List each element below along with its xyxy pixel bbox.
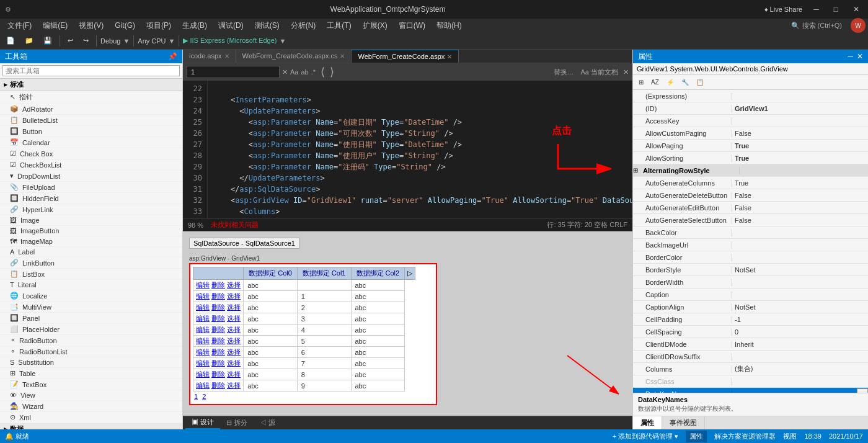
toolbox-item-adrotator[interactable]: 📦AdRotator [0, 104, 182, 115]
datakeynames-input[interactable] [732, 388, 857, 393]
toolbox-pin[interactable]: 📌 [168, 52, 177, 61]
toolbox-item-xml[interactable]: ⊙Xml [0, 412, 182, 423]
toolbox-item-hyperlink[interactable]: 🔗HyperLink [0, 204, 182, 215]
match-case-icon[interactable]: Aa [290, 68, 298, 76]
status-properties-tab[interactable]: 属性 [686, 431, 707, 442]
menu-view[interactable]: 视图(V) [74, 19, 108, 32]
toolbox-item-bulletedlist[interactable]: 📋BulletedList [0, 115, 182, 126]
search-box[interactable]: 🔍 搜索 (Ctrl+Q) [786, 21, 847, 30]
toolbox-item-view[interactable]: 👁View [0, 390, 182, 401]
maximize-btn[interactable]: □ [830, 4, 842, 15]
toolbox-item-fileupload[interactable]: 📎FileUpload [0, 182, 182, 193]
tab-createcode-aspx-close[interactable]: ✕ [447, 53, 452, 60]
props-btab-events[interactable]: 事件视图 [662, 416, 705, 429]
toolbar-new[interactable]: 📄 [2, 35, 19, 46]
tab-icode[interactable]: icode.aspx ✕ [183, 50, 236, 63]
sort-alpha-btn[interactable]: AZ [648, 77, 662, 87]
toolbox-item-multiview[interactable]: 📑MultiView [0, 302, 182, 313]
add-to-source[interactable]: + 添加到源代码管理 ▾ [613, 432, 679, 441]
search-input[interactable] [187, 66, 280, 78]
toolbar-undo[interactable]: ↩ [64, 35, 77, 46]
minimize-btn[interactable]: ─ [810, 4, 823, 15]
delete-link-0[interactable]: 删除 [211, 281, 225, 289]
menu-window[interactable]: 窗口(W) [394, 19, 430, 32]
props-btn3[interactable]: ⚡ [663, 77, 677, 87]
toolbox-item-checkboxlist[interactable]: ☑CheckBoxList [0, 159, 182, 171]
props-btab-properties[interactable]: 属性 [633, 416, 662, 429]
menu-help[interactable]: 帮助(H) [432, 19, 467, 32]
gridview-col-expand[interactable]: ▷ [405, 267, 415, 280]
select-link-1[interactable]: 选择 [227, 292, 241, 300]
toolbox-item-textbox[interactable]: 📝TextBox [0, 379, 182, 390]
toolbox-item-hiddenfield[interactable]: 🔲HiddenField [0, 193, 182, 204]
toolbox-item-image[interactable]: 🖼Image [0, 215, 182, 226]
toolbox-item-substitution[interactable]: SSubstitution [0, 357, 182, 368]
toolbox-item-imagebutton[interactable]: 🖼ImageButton [0, 226, 182, 236]
code-text[interactable]: <InsertParameters> <UpdateParameters> <a… [208, 81, 632, 218]
toolbox-item-wizard[interactable]: 🧙Wizard [0, 401, 182, 412]
toolbox-item-listbox[interactable]: 📋ListBox [0, 269, 182, 280]
status-view-tab[interactable]: 视图 [783, 432, 797, 441]
toolbox-item-dropdownlist[interactable]: ▾DropDownList [0, 171, 182, 182]
delete-link-1[interactable]: 删除 [211, 292, 225, 300]
split-tab[interactable]: ⊟ 拆分 [220, 417, 254, 429]
toolbox-item-imagemap[interactable]: 🗺ImageMap [0, 236, 182, 247]
menu-git[interactable]: Git(G) [110, 20, 140, 31]
toolbar-save[interactable]: 💾 [40, 35, 56, 46]
menu-project[interactable]: 项目(P) [141, 19, 176, 32]
toolbox-item-label[interactable]: ALabel [0, 247, 182, 257]
find-all[interactable]: Aa 当前文档 [580, 68, 618, 77]
menu-tools[interactable]: 工具(T) [322, 19, 356, 32]
toolbox-item-radiobutton[interactable]: ⚬RadioButton [0, 335, 182, 346]
run-button[interactable]: ▶ IIS Express (Microsoft Edge) [183, 37, 277, 45]
alternatingrowstyle-expand[interactable]: ⊞ [633, 167, 640, 174]
toolbox-search-input[interactable] [2, 65, 180, 76]
tab-createcode-aspx[interactable]: WebForm_CreateCode.aspx ✕ [352, 50, 459, 63]
toolbox-item-placeholder[interactable]: ⬜PlaceHolder [0, 324, 182, 335]
toolbox-item-pointer[interactable]: ↖指针 [0, 91, 182, 104]
prop-datakeynames[interactable]: DataKeyNames … [633, 388, 868, 393]
toolbox-item-calendar[interactable]: 📅Calendar [0, 137, 182, 148]
toolbox-data-section[interactable]: ▸ 数据 [0, 423, 182, 429]
page-1-link[interactable]: 1 [194, 393, 198, 400]
menu-file[interactable]: 文件(F) [2, 19, 37, 32]
props-minimize[interactable]: ─ [848, 52, 853, 61]
props-btn4[interactable]: 🔧 [678, 77, 692, 87]
menu-edit[interactable]: 编辑(E) [38, 19, 73, 32]
props-btn5[interactable]: 📋 [693, 77, 707, 87]
toolbar-redo[interactable]: ↪ [79, 35, 92, 46]
regex-icon[interactable]: .* [311, 68, 316, 76]
tab-createcode-cs[interactable]: WebForm_CreateCode.aspx.cs ✕ [236, 50, 352, 63]
find-close[interactable]: ✕ [623, 68, 629, 76]
designer-area[interactable]: SqlDataSource - SqlDataSource1 asp:GridV… [183, 231, 632, 416]
next-match-icon[interactable]: ⟩ [330, 65, 334, 79]
search-close-icon[interactable]: ✕ [282, 68, 288, 76]
toolbar-open[interactable]: 📁 [21, 35, 37, 46]
design-tab[interactable]: ▣ 设计 [185, 416, 220, 429]
toolbox-item-panel[interactable]: 🔲Panel [0, 313, 182, 324]
toolbox-item-localize[interactable]: 🌐Localize [0, 290, 182, 302]
datakeynames-ellipsis-btn[interactable]: … [857, 388, 868, 393]
status-solution-tab[interactable]: 解决方案资源管理器 [714, 432, 776, 441]
prev-match-icon[interactable]: ⟨ [321, 65, 325, 79]
tab-createcode-cs-close[interactable]: ✕ [340, 53, 345, 60]
menu-debug[interactable]: 调试(D) [213, 19, 249, 32]
tab-icode-close[interactable]: ✕ [224, 53, 229, 60]
gridview-designer[interactable]: 数据绑定 Col0 数据绑定 Col1 数据绑定 Col2 ▷ 编辑 删除 选择… [189, 263, 437, 405]
menu-build[interactable]: 生成(B) [177, 19, 212, 32]
page-2-link[interactable]: 2 [202, 393, 206, 400]
whole-word-icon[interactable]: ab [301, 68, 308, 76]
props-close[interactable]: ✕ [857, 52, 863, 61]
find-options[interactable]: 替换... [554, 68, 573, 77]
close-btn[interactable]: ✕ [849, 4, 863, 15]
toolbox-standard-section[interactable]: ▸ 标准 [0, 79, 182, 91]
toolbox-item-radiobuttonlist[interactable]: ⚬RadioButtonList [0, 346, 182, 357]
menu-test[interactable]: 测试(S) [250, 19, 285, 32]
toolbox-item-literal[interactable]: TLiteral [0, 280, 182, 290]
toolbox-item-linkbutton[interactable]: 🔗LinkButton [0, 257, 182, 269]
menu-analyze[interactable]: 分析(N) [286, 19, 321, 32]
source-tab[interactable]: ◁ 源 [254, 417, 281, 429]
select-link-0[interactable]: 选择 [227, 281, 241, 289]
toolbox-item-button[interactable]: 🔲Button [0, 126, 182, 137]
edit-link-0[interactable]: 编辑 [196, 281, 210, 289]
